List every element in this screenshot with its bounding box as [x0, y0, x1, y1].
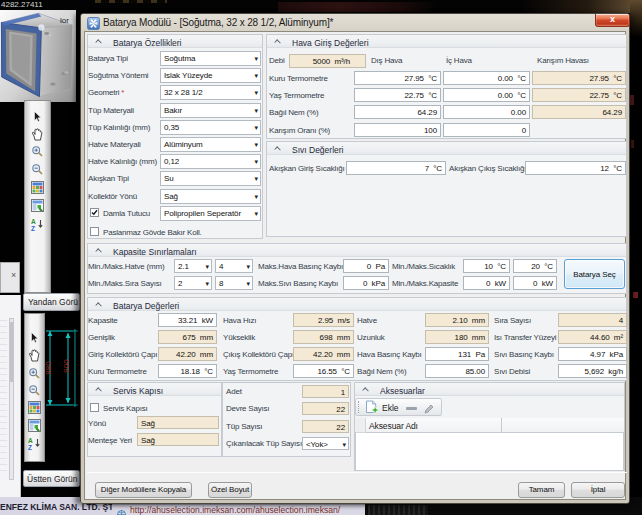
svg-text:Z: Z [31, 225, 35, 232]
svg-text:900: 900 [62, 359, 71, 373]
svg-text:Z: Z [28, 444, 32, 451]
svg-text:980: 980 [45, 361, 53, 375]
